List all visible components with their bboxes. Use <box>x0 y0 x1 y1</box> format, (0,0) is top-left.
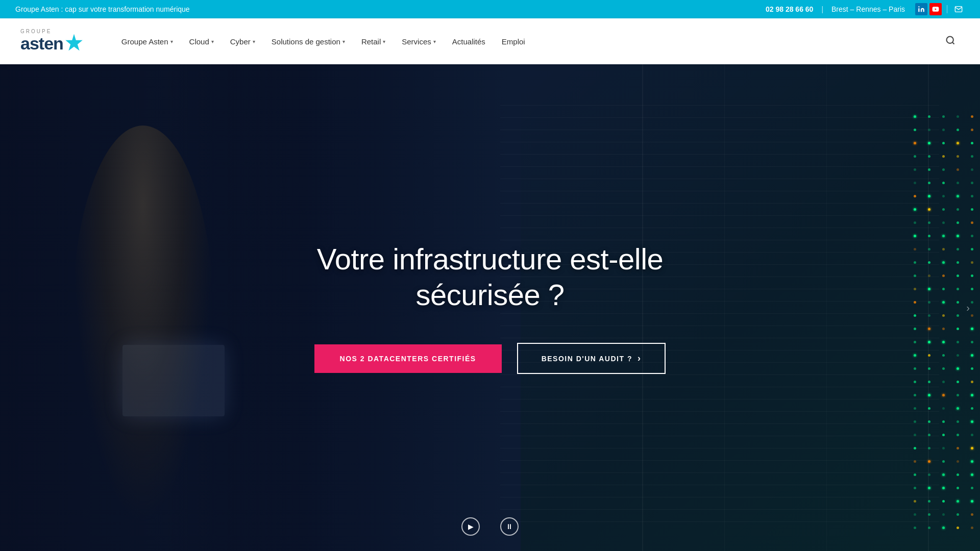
logo-brand: asten <box>20 34 63 54</box>
nav-item-groupe-asten[interactable]: Groupe Asten ▾ <box>114 33 180 50</box>
play-button[interactable]: ▶ <box>461 517 480 536</box>
nav-item-retail[interactable]: Retail ▾ <box>354 33 393 50</box>
chevron-down-icon: ▾ <box>433 39 436 44</box>
mail-icon[interactable] <box>952 3 965 15</box>
linkedin-icon[interactable] <box>915 3 927 15</box>
slider-controls: ▶ ⏸ <box>461 517 519 536</box>
scroll-right-indicator[interactable]: › <box>966 302 970 314</box>
nav-item-solutions-gestion[interactable]: Solutions de gestion ▾ <box>264 33 352 50</box>
social-icons-group <box>915 3 965 15</box>
hero-section: Votre infrastructure est-elle sécurisée … <box>0 64 980 551</box>
top-bar-right: 02 98 28 66 60 | Brest – Rennes – Paris <box>766 3 965 15</box>
nav-item-emploi[interactable]: Emploi <box>495 33 532 50</box>
hero-person-area <box>31 126 286 523</box>
audit-button[interactable]: BESOIN D'UN AUDIT ? › <box>517 343 666 374</box>
main-header: groupe asten Groupe Asten ▾ Cloud ▾ Cybe… <box>0 18 980 64</box>
chevron-down-icon: ▾ <box>253 39 255 44</box>
hero-content: Votre infrastructure est-elle sécurisée … <box>314 241 666 374</box>
nav-item-cyber[interactable]: Cyber ▾ <box>223 33 262 50</box>
top-bar: Groupe Asten : cap sur votre transformat… <box>0 0 980 18</box>
search-icon <box>945 35 955 45</box>
chevron-down-icon: ▾ <box>211 39 214 44</box>
nav-item-services[interactable]: Services ▾ <box>395 33 443 50</box>
hero-buttons: NOS 2 DATACENTERS CERTIFIÉS BESOIN D'UN … <box>314 343 666 374</box>
social-divider <box>947 5 947 13</box>
pause-button[interactable]: ⏸ <box>500 517 519 536</box>
phone-number: 02 98 28 66 60 <box>766 5 813 13</box>
hero-title: Votre infrastructure est-elle sécurisée … <box>314 241 666 312</box>
svg-point-3 <box>947 36 953 43</box>
svg-point-0 <box>918 6 919 7</box>
nav-item-actualites[interactable]: Actualités <box>445 33 493 50</box>
chevron-down-icon: ▾ <box>342 39 345 44</box>
announcement-text: Groupe Asten : cap sur votre transformat… <box>15 5 190 13</box>
separator: | <box>821 5 823 13</box>
logo: groupe asten <box>20 29 84 55</box>
svg-marker-2 <box>65 34 82 51</box>
chevron-down-icon: ▾ <box>170 39 173 44</box>
svg-line-4 <box>952 42 954 44</box>
arrow-icon: › <box>638 353 642 364</box>
chevron-down-icon: ▾ <box>383 39 385 44</box>
youtube-icon[interactable] <box>929 3 942 15</box>
datacenters-button[interactable]: NOS 2 DATACENTERS CERTIFIÉS <box>314 344 502 373</box>
main-nav: Groupe Asten ▾ Cloud ▾ Cyber ▾ Solutions… <box>114 31 960 52</box>
logo-area[interactable]: groupe asten <box>20 29 84 55</box>
location-text: Brest – Rennes – Paris <box>831 5 905 13</box>
search-button[interactable] <box>941 31 960 52</box>
nav-item-cloud[interactable]: Cloud ▾ <box>182 33 221 50</box>
logo-star-icon <box>64 33 84 53</box>
